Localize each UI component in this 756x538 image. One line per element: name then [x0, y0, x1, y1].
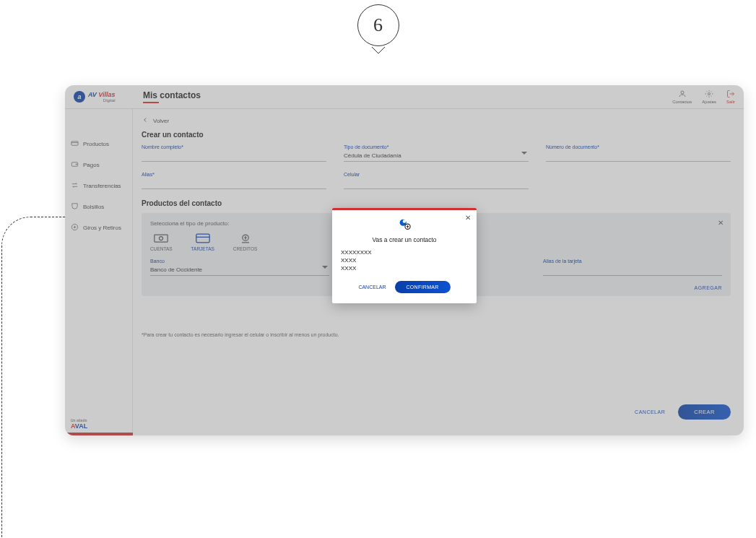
name-input[interactable] — [142, 149, 326, 162]
svg-rect-2 — [71, 142, 78, 146]
sidebar-item-giros[interactable]: Giros y Retiros — [65, 217, 132, 238]
sidebar-item-label: Pagos — [83, 162, 100, 168]
svg-rect-8 — [196, 234, 209, 243]
modal-confirm-button[interactable]: CONFIRMAR — [395, 281, 451, 293]
contacts-action[interactable]: Contactos — [672, 90, 692, 104]
footer-note: *Para crear tu contacto es necesario ing… — [142, 332, 731, 337]
contacts-label: Contactos — [672, 100, 692, 104]
topbar: a AV Villas Digital Mis contactos Contac… — [65, 85, 744, 109]
tarjetas-label: TARJETAS — [191, 246, 214, 251]
brand-av: AV — [88, 91, 97, 98]
svg-point-1 — [708, 93, 711, 95]
doc-type-label: Tipo de documento* — [344, 144, 529, 149]
card-alias-label: Alias de la tarjeta — [543, 259, 722, 264]
sidebar-item-label: Giros y Retiros — [83, 225, 121, 231]
close-icon[interactable]: ✕ — [465, 214, 471, 222]
product-type-cuentas[interactable]: CUENTAS — [150, 233, 173, 251]
step-number: 6 — [373, 14, 383, 36]
gear-icon — [705, 90, 713, 99]
alias-label: Alias* — [142, 172, 326, 177]
title-underline — [143, 102, 159, 103]
sidebar-item-transferencias[interactable]: Transferencias — [65, 175, 132, 196]
doc-type-select[interactable]: Cédula de Ciudadanía — [344, 149, 529, 162]
svg-point-4 — [76, 164, 77, 165]
svg-point-0 — [681, 91, 684, 94]
field-cel: Celular — [344, 172, 529, 189]
card-alias-input[interactable] — [543, 264, 722, 276]
cancel-button[interactable]: CANCELAR — [635, 409, 665, 415]
brand-logo: a AV Villas Digital — [74, 91, 137, 103]
bank-select[interactable]: Banco de Occidente — [150, 264, 329, 276]
field-card-alias: Alias de la tarjeta — [543, 259, 722, 276]
field-alias: Alias* — [142, 172, 326, 189]
app-window: a AV Villas Digital Mis contactos Contac… — [65, 85, 744, 435]
page-title: Mis contactos — [143, 90, 201, 100]
sidebar-item-bolsillos[interactable]: Bolsillos — [65, 196, 132, 217]
field-name: Nombre completo* — [142, 144, 326, 162]
cuentas-label: CUENTAS — [150, 246, 173, 251]
back-label: Volver — [153, 118, 169, 124]
create-button[interactable]: CREAR — [678, 404, 731, 420]
wallet-icon — [71, 160, 79, 170]
modal-title: Vas a crear un contacto — [341, 236, 468, 243]
modal-line2: XXXX — [341, 257, 468, 265]
create-contact-title: Crear un contacto — [142, 131, 731, 139]
user-icon — [678, 90, 687, 99]
modal-line3: XXXX — [341, 265, 468, 273]
alias-input[interactable] — [142, 177, 326, 189]
product-type-creditos[interactable]: CREDITOS — [233, 233, 257, 251]
brand-villas: Villas — [97, 91, 116, 98]
credit-icon — [238, 233, 253, 245]
close-icon[interactable]: ✕ — [718, 219, 724, 227]
sidebar-item-pagos[interactable]: Pagos — [65, 155, 132, 175]
modal-summary: XXXXXXXX XXXX XXXX — [341, 249, 468, 272]
arrow-left-icon — [142, 116, 149, 125]
add-product-button[interactable]: AGREGAR — [694, 285, 722, 290]
exit-label: Salir — [726, 100, 735, 104]
brand-sub: Digital — [88, 98, 116, 103]
sidebar: Productos Pagos Transferencias Bolsillos… — [65, 109, 133, 435]
connector-line — [1, 217, 66, 538]
cel-input[interactable] — [344, 177, 529, 189]
add-contact-icon — [341, 217, 468, 232]
sidebar-item-productos[interactable]: Productos — [65, 134, 132, 155]
card-icon — [71, 139, 79, 149]
products-heading: Productos del contacto — [142, 199, 731, 207]
doc-num-input[interactable] — [546, 149, 731, 162]
step-badge: 6 — [357, 4, 399, 46]
bank-label: Banco — [150, 259, 329, 264]
pocket-icon — [71, 202, 79, 212]
transfer-icon — [71, 181, 79, 191]
back-link[interactable]: Volver — [142, 116, 731, 125]
footer-accent — [65, 433, 133, 435]
settings-label: Ajustes — [702, 100, 716, 104]
doc-num-label: Número de documento* — [546, 144, 731, 149]
sidebar-item-label: Productos — [83, 141, 109, 147]
aval-val: VAL — [75, 422, 87, 430]
sidebar-item-label: Bolsillos — [83, 204, 104, 210]
confirm-modal: ✕ Vas a crear un contacto XXXXXXXX XXXX … — [332, 208, 477, 303]
svg-point-11 — [403, 220, 407, 223]
exit-icon — [726, 90, 735, 99]
field-doc-type: Tipo de documento* Cédula de Ciudadanía — [344, 144, 529, 162]
settings-action[interactable]: Ajustes — [702, 90, 716, 104]
withdraw-icon — [71, 223, 79, 233]
sidebar-item-label: Transferencias — [83, 183, 121, 189]
chevron-down-icon — [371, 46, 386, 55]
product-type-tarjetas[interactable]: TARJETAS — [191, 233, 214, 251]
creditos-label: CREDITOS — [233, 246, 257, 251]
name-label: Nombre completo* — [142, 144, 326, 149]
brand-mark-icon: a — [74, 91, 85, 103]
svg-rect-6 — [155, 235, 168, 242]
card-icon — [196, 233, 210, 245]
svg-point-7 — [160, 237, 163, 240]
modal-line1: XXXXXXXX — [341, 249, 468, 257]
cel-label: Celular — [344, 172, 529, 177]
exit-action[interactable]: Salir — [726, 90, 735, 104]
field-doc-num: Número de documento* — [546, 144, 731, 162]
field-bank: Banco Banco de Occidente — [150, 259, 329, 276]
modal-cancel-button[interactable]: CANCELAR — [358, 285, 386, 290]
account-icon — [154, 233, 168, 245]
